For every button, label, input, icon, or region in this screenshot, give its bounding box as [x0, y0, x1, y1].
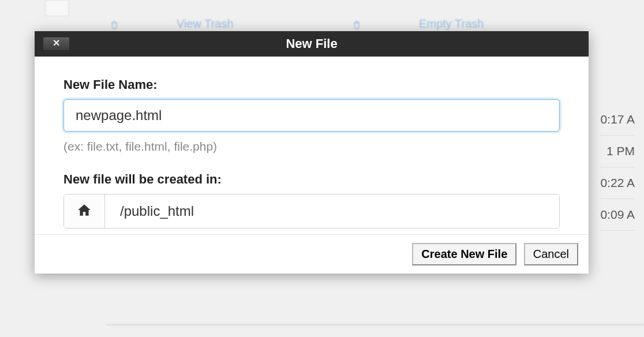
close-icon: ✕: [53, 38, 60, 48]
new-file-dialog: ✕ New File New File Name: (ex: file.txt,…: [35, 31, 589, 274]
dialog-body: New File Name: (ex: file.txt, file.html,…: [35, 57, 589, 234]
location-row: [63, 194, 560, 229]
home-button[interactable]: [64, 194, 105, 228]
location-label: New file will be created in:: [63, 172, 560, 187]
cancel-button[interactable]: Cancel: [524, 243, 578, 265]
bg-row-box: [45, 0, 69, 16]
close-button[interactable]: ✕: [43, 37, 70, 51]
home-icon: [77, 203, 92, 220]
bg-time-row: 0:22 A: [600, 167, 635, 199]
bg-view-trash-label: View Trash: [177, 17, 234, 30]
bg-times: 0:17 A 1 PM 0:22 A 0:09 A: [600, 104, 635, 231]
filename-hint: (ex: file.txt, file.html, file.php): [63, 140, 560, 153]
bg-time-row: 1 PM: [600, 136, 635, 167]
location-input[interactable]: [105, 194, 559, 228]
create-button[interactable]: Create New File: [412, 243, 516, 265]
trash-icon: [110, 20, 119, 30]
filename-label: New File Name:: [63, 77, 560, 92]
bg-divider: [107, 324, 644, 325]
filename-input[interactable]: [63, 99, 560, 132]
bg-toolbar: View Trash Empty Trash: [110, 17, 599, 31]
trash-icon: [352, 20, 361, 30]
dialog-titlebar[interactable]: ✕ New File: [35, 31, 589, 57]
dialog-title: New File: [286, 36, 337, 51]
bg-time-row: 0:17 A: [600, 104, 635, 136]
dialog-footer: Create New File Cancel: [35, 234, 589, 274]
bg-time-row: 0:09 A: [600, 199, 635, 231]
bg-empty-trash-label: Empty Trash: [419, 17, 484, 30]
